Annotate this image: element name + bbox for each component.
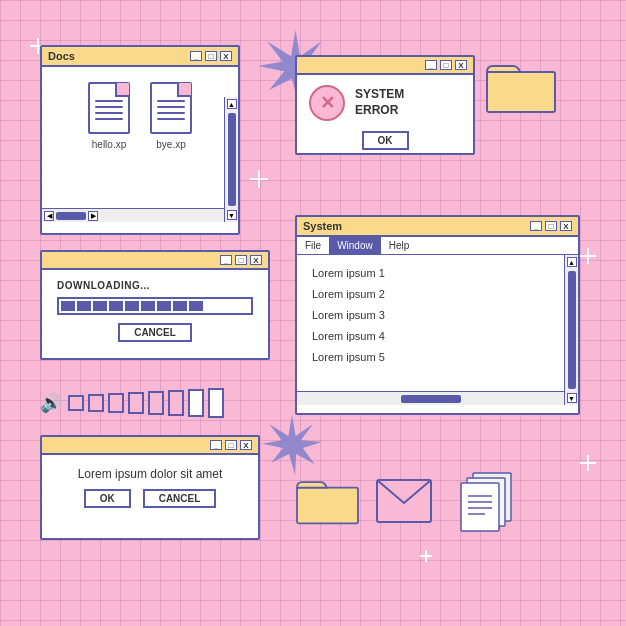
scroll-left-arrow[interactable]: ◀ [44,211,54,221]
svg-rect-2 [487,72,555,112]
sys-scroll-up[interactable]: ▲ [567,257,577,267]
system-minimize-btn[interactable]: _ [530,221,542,231]
starburst-bottom [262,415,322,475]
system-maximize-btn[interactable]: □ [545,221,557,231]
svg-rect-7 [461,483,499,531]
download-label: DOWNLOADING... [57,280,253,291]
docs-title-bar: Docs _ □ X [42,47,238,67]
dialog-minimize-btn[interactable]: _ [210,440,222,450]
vol-bar-8 [208,388,224,418]
file-icon-bye [150,82,192,134]
progress-segment-3 [109,301,123,311]
error-window: _ □ X ✕ SYSTEM ERROR OK [295,55,475,155]
sparkle-2 [250,170,268,188]
dialog-message: Lorem ipsum dolor sit amet [42,455,258,489]
docs-minimize-btn[interactable]: _ [190,51,202,61]
download-close-btn[interactable]: X [250,255,262,265]
dialog-close-btn[interactable]: X [240,440,252,450]
file-name-hello: hello.xp [92,139,126,150]
file-line [157,118,185,120]
docs-window: Docs _ □ X hello.xp [40,45,240,235]
docs-maximize-btn[interactable]: □ [205,51,217,61]
error-text: SYSTEM ERROR [355,87,404,118]
file-icon-hello [88,82,130,134]
system-menu-bar: File Window Help [297,237,578,255]
dialog-controls: _ □ X [210,440,252,450]
system-list: Lorem ipsum 1Lorem ipsum 2Lorem ipsum 3L… [297,255,578,375]
file-line [95,100,123,102]
menu-help[interactable]: Help [381,237,418,254]
file-name-bye: bye.xp [156,139,185,150]
scroll-right-arrow[interactable]: ▶ [88,211,98,221]
error-maximize-btn[interactable]: □ [440,60,452,70]
dialog-title-bar: _ □ X [42,437,258,455]
dialog-window: _ □ X Lorem ipsum dolor sit amet OK CANC… [40,435,260,540]
system-list-item-4[interactable]: Lorem ipsum 5 [312,347,563,368]
docs-hscrollbar[interactable]: ◀ ▶ [42,208,224,222]
error-close-btn[interactable]: X [455,60,467,70]
menu-window[interactable]: Window [329,237,381,254]
download-window: _ □ X DOWNLOADING... CANCEL [40,250,270,360]
menu-file[interactable]: File [297,237,329,254]
error-btn-row: OK [297,131,473,158]
download-minimize-btn[interactable]: _ [220,255,232,265]
sys-scroll-down[interactable]: ▼ [567,393,577,403]
docs-close-btn[interactable]: X [220,51,232,61]
dialog-maximize-btn[interactable]: □ [225,440,237,450]
sys-scroll-thumb[interactable] [568,271,576,389]
system-controls: _ □ X [530,221,572,231]
system-title: System [303,220,342,232]
sys-h-thumb[interactable] [401,395,461,403]
h-scroll-thumb[interactable] [56,212,86,220]
docs-vscrollbar[interactable]: ▲ ▼ [224,97,238,222]
progress-segment-9 [205,301,219,311]
file-lines-bye [157,100,185,124]
file-item-bye[interactable]: bye.xp [150,82,192,150]
vol-bar-5 [148,391,164,415]
system-list-item-2[interactable]: Lorem ipsum 3 [312,305,563,326]
system-close-btn[interactable]: X [560,221,572,231]
sparkle-6 [420,550,432,562]
file-item-hello[interactable]: hello.xp [88,82,130,150]
sparkle-5 [580,455,596,471]
download-content: DOWNLOADING... CANCEL [42,270,268,352]
envelope-icon [375,478,433,524]
vol-bar-6 [168,390,184,416]
vol-bar-7 [188,389,204,417]
scroll-thumb[interactable] [228,113,236,206]
file-line [95,118,123,120]
volume-bars [68,388,224,418]
folder-icon-bottom [295,475,360,527]
error-line2: ERROR [355,103,404,119]
progress-segment-8 [189,301,203,311]
vol-bar-1 [68,395,84,411]
error-ok-button[interactable]: OK [362,131,409,150]
system-list-item-1[interactable]: Lorem ipsum 2 [312,284,563,305]
folder-icon-large [485,58,557,116]
error-line1: SYSTEM [355,87,404,103]
progress-segments [61,301,235,311]
progress-segment-4 [125,301,139,311]
download-title-bar: _ □ X [42,252,268,270]
dialog-ok-button[interactable]: OK [84,489,131,508]
volume-icon: 🔊 [40,392,62,414]
system-vscrollbar[interactable]: ▲ ▼ [564,255,578,405]
system-list-item-0[interactable]: Lorem ipsum 1 [312,263,563,284]
progress-bar [57,297,253,315]
progress-segment-1 [77,301,91,311]
system-hscrollbar[interactable] [297,391,564,405]
file-line [157,112,185,114]
dialog-btn-row: OK CANCEL [42,489,258,518]
scroll-down-arrow[interactable]: ▼ [227,210,237,220]
dialog-cancel-button[interactable]: CANCEL [143,489,217,508]
error-minimize-btn[interactable]: _ [425,60,437,70]
docs-controls: _ □ X [190,51,232,61]
progress-segment-0 [61,301,75,311]
system-list-item-3[interactable]: Lorem ipsum 4 [312,326,563,347]
download-cancel-button[interactable]: CANCEL [118,323,192,342]
download-maximize-btn[interactable]: □ [235,255,247,265]
error-content: ✕ SYSTEM ERROR [297,75,473,131]
error-controls: _ □ X [425,60,467,70]
scroll-up-arrow[interactable]: ▲ [227,99,237,109]
stacked-docs-icon [455,468,525,533]
